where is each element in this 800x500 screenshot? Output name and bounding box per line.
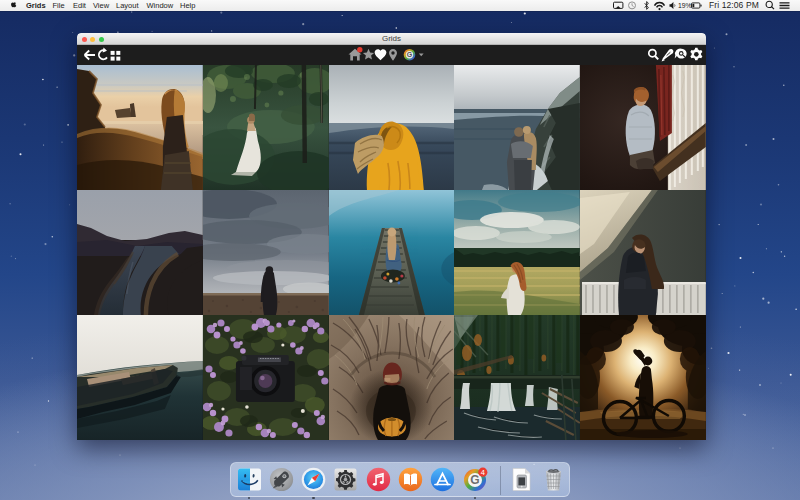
svg-text:4: 4 — [480, 468, 484, 477]
svg-text:G: G — [407, 51, 413, 58]
svg-text:G: G — [470, 473, 479, 487]
